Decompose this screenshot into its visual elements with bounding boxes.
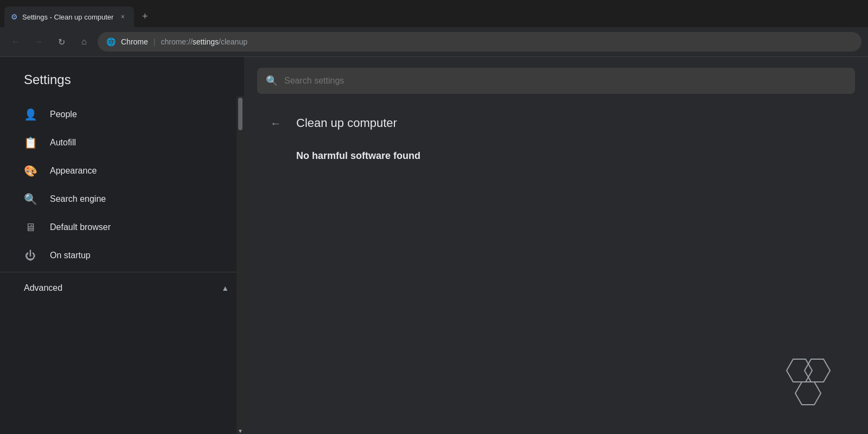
sidebar-items-list: 👤 People 📋 Autofill 🎨 Appearance 🔍 Searc…: [0, 96, 244, 306]
sidebar-item-label-appearance: Appearance: [50, 166, 97, 176]
search-icon: 🔍: [266, 75, 278, 87]
sidebar-item-default-browser[interactable]: 🖥 Default browser: [0, 213, 244, 241]
navigation-bar: ← → ↻ ⌂ 🌐 Chrome | chrome://settings/cle…: [0, 27, 868, 56]
people-icon: 👤: [24, 108, 37, 121]
address-separator: |: [154, 37, 156, 46]
sidebar-item-autofill[interactable]: 📋 Autofill: [0, 129, 244, 157]
page-content: ← Clean up computer No harmful software …: [244, 105, 868, 434]
search-input[interactable]: [284, 76, 846, 86]
tab-title: Settings - Clean up computer: [22, 13, 113, 21]
sidebar-item-label-on-startup: On startup: [50, 251, 91, 260]
active-tab[interactable]: ⚙ Settings - Clean up computer ×: [4, 7, 134, 27]
on-startup-icon: ⏻: [24, 249, 37, 262]
sidebar-item-label-default-browser: Default browser: [50, 222, 111, 232]
address-url-suffix: /cleanup: [219, 37, 247, 46]
advanced-section-arrow: ▲: [221, 284, 229, 292]
tab-settings-icon: ⚙: [11, 12, 18, 21]
address-url-highlight: settings: [193, 37, 219, 46]
sidebar-scroll-area: 👤 People 📋 Autofill 🎨 Appearance 🔍 Searc…: [0, 96, 244, 434]
scrollbar-track: ▲ ▼: [237, 96, 244, 434]
content-back-button[interactable]: ←: [266, 113, 285, 133]
sidebar-item-search-engine[interactable]: 🔍 Search engine: [0, 185, 244, 213]
search-bar[interactable]: 🔍: [257, 68, 855, 94]
address-url-prefix: chrome://: [161, 37, 192, 46]
home-button[interactable]: ⌂: [75, 33, 93, 51]
back-nav-button[interactable]: ←: [7, 33, 25, 51]
svg-marker-2: [795, 382, 821, 405]
content-area: 🔍 ← Clean up computer No harmful softwar…: [244, 57, 868, 434]
status-text: No harmful software found: [296, 150, 420, 161]
sidebar-item-label-search-engine: Search engine: [50, 194, 106, 204]
address-bar[interactable]: 🌐 Chrome | chrome://settings/cleanup: [98, 32, 861, 52]
svg-marker-0: [787, 359, 812, 382]
forward-nav-button[interactable]: →: [29, 33, 48, 51]
appearance-icon: 🎨: [24, 164, 37, 177]
scrollbar-thumb[interactable]: [238, 98, 242, 130]
autofill-icon: 📋: [24, 136, 37, 149]
svg-marker-1: [805, 359, 830, 382]
reload-button[interactable]: ↻: [52, 33, 71, 51]
address-url: chrome://settings/cleanup: [161, 37, 247, 46]
sidebar-divider: [0, 272, 244, 272]
default-browser-icon: 🖥: [24, 221, 37, 234]
sidebar-item-label-people: People: [50, 110, 77, 119]
scrollbar-down-arrow[interactable]: ▼: [237, 427, 244, 434]
sidebar-item-appearance[interactable]: 🎨 Appearance: [0, 157, 244, 185]
sidebar-advanced-section[interactable]: Advanced ▲: [0, 275, 244, 302]
hex-decoration: [776, 356, 846, 424]
page-header: ← Clean up computer: [266, 113, 846, 133]
sidebar-title: Settings: [0, 57, 244, 96]
chrome-icon: 🌐: [106, 37, 116, 46]
page-title: Clean up computer: [296, 116, 397, 130]
new-tab-button[interactable]: +: [136, 8, 154, 25]
page-body: No harmful software found: [266, 150, 846, 162]
advanced-section-title: Advanced: [24, 283, 62, 293]
address-brand: Chrome: [121, 37, 148, 46]
sidebar: Settings 👤 People 📋 Autofill 🎨 Appearanc…: [0, 57, 244, 434]
tab-close-button[interactable]: ×: [118, 12, 127, 22]
sidebar-item-people[interactable]: 👤 People: [0, 100, 244, 129]
main-layout: Settings 👤 People 📋 Autofill 🎨 Appearanc…: [0, 57, 868, 434]
search-engine-icon: 🔍: [24, 193, 37, 206]
hex-svg: [776, 356, 846, 422]
sidebar-item-on-startup[interactable]: ⏻ On startup: [0, 241, 244, 270]
tab-bar: ⚙ Settings - Clean up computer × +: [0, 0, 868, 27]
sidebar-item-label-autofill: Autofill: [50, 138, 76, 148]
